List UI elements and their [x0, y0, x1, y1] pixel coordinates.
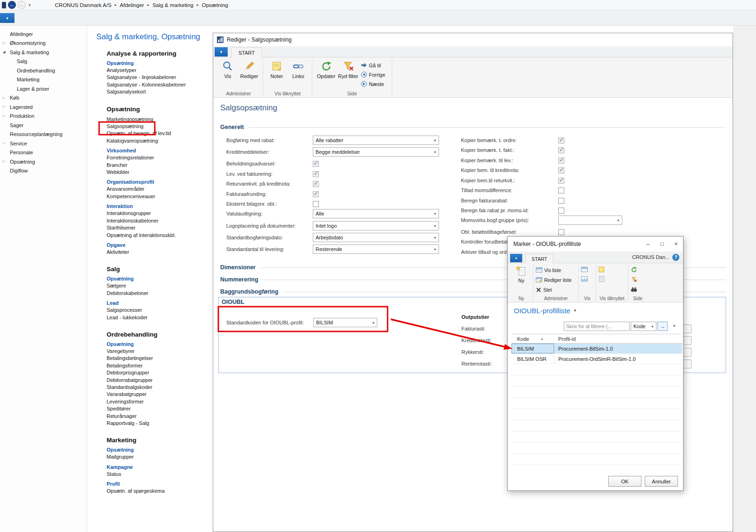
department-link[interactable]: Opsætning	[107, 106, 213, 113]
ga-til-button[interactable]: Gå til	[361, 61, 385, 70]
department-link[interactable]: Marketingopsætning	[107, 116, 213, 123]
noter-button[interactable]: Noter	[266, 59, 288, 79]
tree-expander-icon[interactable]	[3, 105, 8, 108]
department-link[interactable]: Virksomhed	[107, 148, 213, 153]
department-link[interactable]: Speditører	[107, 405, 213, 412]
cell-kode[interactable]: BILSIM OSR	[511, 354, 554, 364]
sidebar-item[interactable]: Salg & marketing	[0, 48, 86, 57]
sidebar-item[interactable]: Ressourceplanlægning	[0, 130, 86, 139]
beregn-fak-rabat-checkbox[interactable]	[558, 208, 564, 214]
rediger-liste-button[interactable]: Rediger liste	[536, 275, 571, 284]
show-as-chart-icon[interactable]	[581, 276, 588, 283]
department-link[interactable]: Betalingsbetingelser	[107, 355, 213, 362]
breadcrumb-item[interactable]: Opsætning▸	[202, 2, 228, 8]
tillad-momsdifference-checkbox[interactable]	[558, 187, 564, 194]
department-link[interactable]: Vararabatgrupper	[107, 391, 213, 398]
lev-ved-fakturering-checkbox[interactable]	[313, 171, 319, 177]
department-link[interactable]: Katalogvareopsætning	[107, 137, 213, 144]
department-link[interactable]: Opsætning	[107, 447, 213, 453]
dialog-tab-start[interactable]: START	[526, 254, 553, 263]
department-link[interactable]: Webkilder	[107, 169, 213, 176]
bogforing-med-rabat-select[interactable]: Alle rabatter▼	[313, 136, 439, 145]
department-link[interactable]: Rapportvalg - Salg	[107, 420, 213, 427]
department-link[interactable]: Analyse & rapportering	[107, 50, 213, 57]
department-link[interactable]: Status	[107, 471, 213, 478]
department-link[interactable]: Opsætning	[107, 276, 213, 281]
oioubl-section-label[interactable]: OIOUBL	[222, 299, 245, 305]
department-link[interactable]: Standardsalgskoder	[107, 384, 213, 391]
beregn-fakturarabat-checkbox[interactable]	[558, 198, 564, 204]
ok-button[interactable]: OK	[608, 476, 641, 487]
sidebar-item[interactable]: Opsætning	[0, 157, 86, 166]
department-link[interactable]: Profil	[107, 481, 213, 487]
breadcrumb-item[interactable]: Afdelinger▸	[120, 2, 152, 8]
department-link[interactable]: Opsætning af interaktionsskbl.	[107, 232, 213, 239]
department-link[interactable]: Opgave	[107, 242, 213, 248]
department-link[interactable]: Kompetenceniveauer	[107, 193, 213, 200]
links-button[interactable]: Links	[288, 59, 309, 79]
tree-expander-icon[interactable]	[3, 159, 8, 163]
department-link[interactable]: Mailgrupper	[107, 453, 213, 460]
department-link[interactable]: Brancher	[107, 162, 213, 169]
department-link[interactable]: Sælgere	[107, 282, 213, 289]
rediger-button[interactable]: Rediger	[238, 59, 260, 79]
page-title-dropdown-icon[interactable]: ▼	[573, 309, 577, 313]
beholdningsadvarsel-checkbox[interactable]	[313, 161, 319, 167]
department-link[interactable]: Salgsanalyse - Kolonneskabeloner	[107, 81, 213, 88]
tab-start[interactable]: START	[231, 47, 262, 58]
department-link[interactable]: Interaktionsskabeloner	[107, 217, 213, 224]
department-link[interactable]: Salg	[107, 266, 213, 273]
department-link[interactable]: Salgsopsætning	[107, 123, 213, 130]
kopier-bemaerk-fakt-checkbox[interactable]	[558, 147, 564, 153]
sidebar-item[interactable]: Sager	[0, 121, 86, 130]
sidebar-item[interactable]: Salg	[0, 57, 86, 66]
department-link[interactable]: Ordrebehandling	[107, 331, 213, 338]
fasttab-generelt[interactable]: Generelt	[220, 124, 726, 130]
department-link[interactable]: Analysetyper	[107, 67, 213, 74]
kopier-bem-kreditnota-checkbox[interactable]	[558, 167, 564, 173]
tree-expander-icon[interactable]	[3, 141, 8, 145]
department-link[interactable]: Opsætn. af beregn. af lev.tid	[107, 130, 213, 137]
sidebar-item[interactable]: Lager & priser	[0, 84, 86, 93]
sidebar-item[interactable]: Økonomistyring	[0, 39, 86, 48]
department-link[interactable]: Betalingsformer	[107, 362, 213, 369]
ryd-filter-button[interactable]: Ryd filter	[337, 59, 359, 79]
momsvirks-bogf-gruppe-select[interactable]: ▼	[558, 216, 622, 225]
department-link[interactable]: Interaktion	[107, 203, 213, 209]
department-link[interactable]: Salgsanalysekort	[107, 88, 213, 95]
vis-liste-button[interactable]: Vis liste	[536, 266, 571, 274]
back-button[interactable]: ←	[8, 1, 16, 9]
department-link[interactable]: Interaktionsgrupper	[107, 210, 213, 217]
document-icon[interactable]	[599, 276, 605, 283]
refresh-icon[interactable]	[631, 266, 637, 274]
department-link[interactable]: Forretningsrelationer	[107, 154, 213, 161]
opdater-button[interactable]: Opdater	[315, 59, 337, 79]
department-link[interactable]: Opsætning	[107, 341, 213, 347]
sidebar-item[interactable]: Køb	[0, 93, 86, 103]
kopier-bemaerk-ordre-checkbox[interactable]	[558, 137, 564, 144]
filter-column-select[interactable]: Kode▼	[631, 322, 656, 331]
naeste-button[interactable]: Næste	[361, 79, 385, 88]
fakturaafrunding-checkbox[interactable]	[313, 191, 319, 197]
department-link[interactable]: Kampagne	[107, 464, 213, 470]
sidebar-item[interactable]: Personale	[0, 148, 86, 158]
close-button[interactable]: ×	[669, 239, 683, 249]
department-link[interactable]: Starthilsener	[107, 224, 213, 231]
department-link[interactable]: Debitorrabatgrupper	[107, 377, 213, 384]
department-link[interactable]: Organisationsprofil	[107, 179, 213, 185]
department-link[interactable]: Salgsprocesser	[107, 307, 213, 314]
help-icon[interactable]: ?	[672, 254, 679, 261]
eksternt-bilagsnr-checkbox[interactable]	[313, 201, 319, 207]
department-link[interactable]: Lead - lukkekoder	[107, 314, 213, 321]
obl-belobstilbageforsel-checkbox[interactable]	[558, 229, 564, 235]
history-dropdown-icon[interactable]: ▾	[29, 3, 31, 7]
find-icon[interactable]	[631, 286, 637, 293]
breadcrumb-item[interactable]: CRONUS Danmark A/S▸	[55, 2, 120, 8]
logoplacering-select[interactable]: Intet logo▼	[313, 221, 439, 230]
sidebar-item[interactable]: Afdelinger	[0, 29, 86, 39]
tree-expander-icon[interactable]	[3, 41, 8, 45]
cell-profil-id[interactable]: Procurement-OrdSimR-BilSim-1.0	[554, 356, 636, 362]
department-link[interactable]: Ansvarsområder	[107, 186, 213, 193]
kopier-bemaerk-lev-checkbox[interactable]	[558, 158, 564, 164]
sidebar-item[interactable]: Lagersted	[0, 102, 86, 112]
